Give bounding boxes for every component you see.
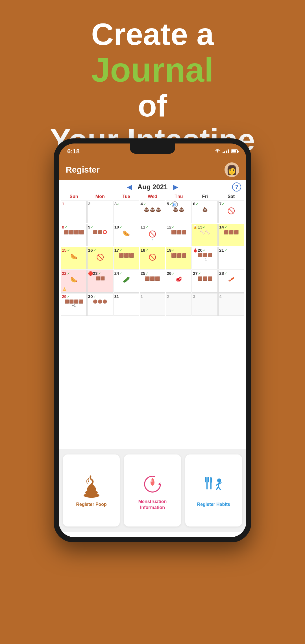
cal-day-10[interactable]: 10✓ 🌭 bbox=[114, 224, 139, 246]
cal-day-29[interactable]: 29✓ 🟫🟫🟫🟫 +1 bbox=[61, 293, 87, 316]
calendar: ◀ Aug 2021 ▶ ? Sun Mon Tue Wed Thu Fri S… bbox=[59, 180, 246, 319]
cal-day-sep4[interactable]: 4 bbox=[218, 293, 244, 316]
cal-day-13[interactable]: 🍺13✓ 🦴🦴 bbox=[192, 224, 218, 246]
cal-day-1[interactable]: 1 bbox=[61, 201, 87, 223]
app-screen: Register 👩 ◀ Aug 2021 ▶ ? Sun Mon Tue We… bbox=[59, 159, 246, 537]
feature-cards-section: Register Poop Menstruation bbox=[59, 449, 246, 532]
cal-day-11[interactable]: 11✓ 🚫 ≡ bbox=[140, 224, 165, 246]
hero-line3: of bbox=[17, 88, 288, 123]
cal-day-31[interactable]: 31 bbox=[114, 293, 139, 316]
poop-svg-icon bbox=[79, 473, 104, 499]
calendar-grid[interactable]: 1 2 3✓ 4✓ 💩💩💩 5✓ 🌀 bbox=[61, 201, 244, 316]
calendar-help-button[interactable]: ? bbox=[232, 182, 241, 192]
wifi-icon bbox=[215, 149, 220, 154]
prev-month-button[interactable]: ◀ bbox=[127, 183, 132, 191]
menstruation-svg-icon bbox=[140, 471, 165, 496]
svg-point-12 bbox=[217, 478, 221, 482]
hero-line2: Journal bbox=[17, 51, 288, 88]
status-time: 6:18 bbox=[67, 148, 80, 155]
cal-day-28[interactable]: 28✓ 🥓 bbox=[218, 270, 244, 293]
cal-day-sep1[interactable]: 1 bbox=[140, 293, 165, 316]
cal-day-3[interactable]: 3✓ bbox=[114, 201, 139, 223]
cal-day-21[interactable]: 21✓ bbox=[218, 247, 244, 269]
phone-mockup: 6:18 ☁ Register bbox=[54, 138, 251, 542]
poop-icon-area bbox=[79, 473, 104, 499]
cal-day-27[interactable]: 27✓ 🟫🟫🟫 bbox=[192, 270, 218, 293]
cal-day-23[interactable]: 🔴23✓ 🟫🟫 bbox=[87, 270, 113, 293]
register-habits-card[interactable]: Register Habits bbox=[185, 454, 242, 526]
cal-day-6[interactable]: 6✓ 💩 bbox=[192, 201, 218, 223]
weekday-mon: Mon bbox=[87, 193, 113, 200]
weekday-thu: Thu bbox=[166, 193, 191, 200]
app-title: Register bbox=[66, 165, 100, 175]
habits-icon-area bbox=[201, 473, 226, 499]
cal-day-25[interactable]: 25✓ 🟫🟫🟫 bbox=[140, 270, 165, 293]
calendar-weekdays: Sun Mon Tue Wed Thu Fri Sat bbox=[61, 193, 244, 200]
cal-day-2[interactable]: 2 bbox=[87, 201, 113, 223]
weekday-tue: Tue bbox=[114, 193, 139, 200]
user-avatar[interactable]: 👩 bbox=[225, 162, 239, 177]
signal-bars bbox=[223, 149, 229, 153]
avatar-emoji: 👩 bbox=[226, 164, 238, 175]
cal-day-24[interactable]: 24✓ 🥒 bbox=[114, 270, 139, 293]
poop-label: Register Poop bbox=[76, 502, 106, 508]
phone-notch bbox=[130, 143, 175, 154]
hero-line1: Create a bbox=[17, 17, 288, 51]
svg-point-3 bbox=[88, 484, 95, 489]
cal-day-17[interactable]: 17✓ 🟫🟫🟫 bbox=[114, 247, 139, 269]
menstruation-label: Menstruation Information bbox=[126, 499, 178, 511]
cal-day-sep3[interactable]: 3 bbox=[192, 293, 218, 316]
weekday-wed: Wed bbox=[140, 193, 165, 200]
habits-svg-icon bbox=[201, 473, 226, 499]
cal-day-14[interactable]: 14✓ 🟫🟫🟫 bbox=[218, 224, 244, 246]
cal-day-4[interactable]: 4✓ 💩💩💩 bbox=[140, 201, 165, 223]
app-header: Register 👩 bbox=[59, 159, 246, 180]
register-poop-card[interactable]: Register Poop bbox=[63, 454, 120, 526]
habits-label: Register Habits bbox=[197, 502, 230, 508]
cal-day-16[interactable]: 16✓ 🚫 bbox=[87, 247, 113, 269]
cal-day-7[interactable]: 7✓ 🚫 bbox=[218, 201, 244, 223]
hero-section: Create a Journal of Your Intestine bbox=[0, 17, 305, 157]
cal-day-8[interactable]: 8✓ 🟫🟫🟫🟫 bbox=[61, 224, 87, 246]
cal-day-20[interactable]: 🩸20✓ 🟫🟫🟫 +1 bbox=[192, 247, 218, 269]
calendar-month-title: Aug 2021 bbox=[138, 183, 168, 191]
cal-day-5[interactable]: 5✓ 🌀 💩💩 bbox=[166, 201, 191, 223]
weekday-fri: Fri bbox=[192, 193, 218, 200]
cal-day-22[interactable]: 22✓ 🌭 ⚠ bbox=[61, 270, 87, 293]
cal-day-12[interactable]: 12✓ 🟫🟫🟫 bbox=[166, 224, 191, 246]
cal-day-26[interactable]: 26✓ 🥩 bbox=[166, 270, 191, 293]
status-icons bbox=[215, 149, 238, 154]
cal-day-18[interactable]: 18✓ 🚫 bbox=[140, 247, 165, 269]
weekday-sun: Sun bbox=[61, 193, 87, 200]
cal-day-sep2[interactable]: 2 bbox=[166, 293, 191, 316]
cal-day-30[interactable]: 30✓ 🟤🟤🟤 bbox=[87, 293, 113, 316]
help-label: ? bbox=[235, 184, 238, 190]
cal-day-15[interactable]: 15✓ 🌭 bbox=[61, 247, 87, 269]
next-month-button[interactable]: ▶ bbox=[173, 183, 178, 191]
cal-day-9[interactable]: 9✓ 🟫🟫⭕ bbox=[87, 224, 113, 246]
battery-icon bbox=[231, 149, 238, 153]
weekday-sat: Sat bbox=[218, 193, 244, 200]
cal-day-19[interactable]: 19✓ 🟫🟫🟫 bbox=[166, 247, 191, 269]
calendar-nav: ◀ Aug 2021 ▶ ? bbox=[61, 183, 244, 191]
menstruation-card[interactable]: Menstruation Information bbox=[124, 454, 181, 526]
menstruation-icon-area bbox=[140, 471, 165, 496]
